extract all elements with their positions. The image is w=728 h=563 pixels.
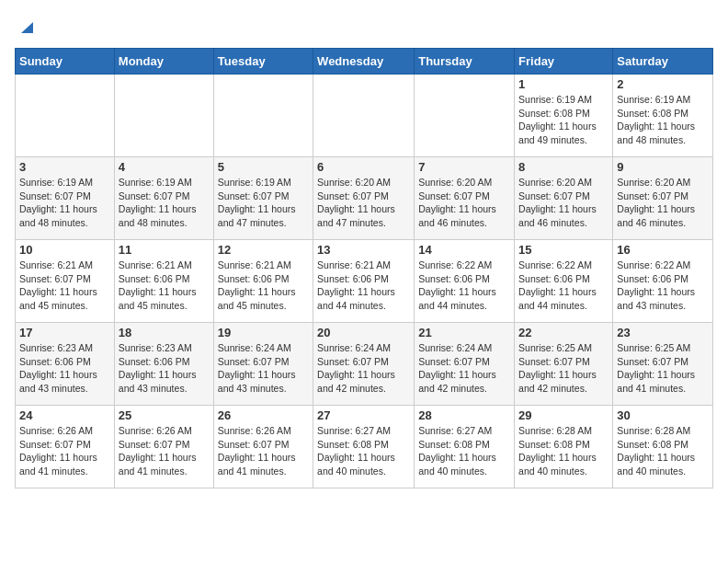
day-number: 3 (19, 160, 110, 174)
day-info: Sunrise: 6:19 AM Sunset: 6:08 PM Dayligh… (518, 93, 609, 147)
day-info: Sunrise: 6:28 AM Sunset: 6:08 PM Dayligh… (617, 424, 709, 478)
calendar-cell (16, 75, 115, 157)
calendar-cell (114, 75, 213, 157)
day-info: Sunrise: 6:26 AM Sunset: 6:07 PM Dayligh… (218, 424, 309, 478)
day-info: Sunrise: 6:22 AM Sunset: 6:06 PM Dayligh… (617, 259, 709, 313)
day-info: Sunrise: 6:19 AM Sunset: 6:07 PM Dayligh… (218, 176, 309, 230)
day-info: Sunrise: 6:26 AM Sunset: 6:07 PM Dayligh… (19, 424, 110, 478)
day-info: Sunrise: 6:22 AM Sunset: 6:06 PM Dayligh… (518, 259, 609, 313)
calendar-cell: 24Sunrise: 6:26 AM Sunset: 6:07 PM Dayli… (16, 406, 115, 488)
day-number: 13 (317, 243, 410, 257)
col-header-wednesday: Wednesday (313, 49, 415, 75)
calendar-cell: 5Sunrise: 6:19 AM Sunset: 6:07 PM Daylig… (213, 157, 313, 240)
day-number: 4 (119, 160, 210, 174)
day-info: Sunrise: 6:22 AM Sunset: 6:06 PM Dayligh… (418, 259, 510, 313)
day-number: 27 (317, 408, 410, 422)
calendar-cell: 29Sunrise: 6:28 AM Sunset: 6:08 PM Dayli… (515, 406, 613, 488)
day-number: 25 (119, 408, 210, 422)
day-info: Sunrise: 6:20 AM Sunset: 6:07 PM Dayligh… (518, 176, 609, 230)
day-number: 20 (317, 326, 410, 339)
calendar-cell: 2Sunrise: 6:19 AM Sunset: 6:08 PM Daylig… (613, 75, 713, 157)
calendar-cell: 19Sunrise: 6:24 AM Sunset: 6:07 PM Dayli… (213, 323, 313, 406)
calendar-cell: 3Sunrise: 6:19 AM Sunset: 6:07 PM Daylig… (16, 157, 115, 240)
calendar-cell: 14Sunrise: 6:22 AM Sunset: 6:06 PM Dayli… (415, 240, 515, 323)
day-number: 29 (518, 408, 609, 422)
day-number: 24 (19, 408, 110, 422)
calendar-table: SundayMondayTuesdayWednesdayThursdayFrid… (15, 48, 713, 488)
day-number: 8 (518, 160, 609, 174)
day-info: Sunrise: 6:23 AM Sunset: 6:06 PM Dayligh… (119, 341, 210, 396)
day-number: 28 (418, 408, 510, 422)
day-number: 11 (119, 243, 210, 257)
day-info: Sunrise: 6:19 AM Sunset: 6:08 PM Dayligh… (617, 93, 709, 147)
day-info: Sunrise: 6:21 AM Sunset: 6:06 PM Dayligh… (317, 259, 410, 313)
calendar-cell: 20Sunrise: 6:24 AM Sunset: 6:07 PM Dayli… (313, 323, 415, 406)
day-number: 14 (418, 243, 510, 257)
day-info: Sunrise: 6:25 AM Sunset: 6:07 PM Dayligh… (617, 341, 709, 396)
calendar-cell (313, 75, 415, 157)
calendar-cell: 15Sunrise: 6:22 AM Sunset: 6:06 PM Dayli… (515, 240, 613, 323)
logo-icon (17, 17, 33, 33)
calendar-cell: 26Sunrise: 6:26 AM Sunset: 6:07 PM Dayli… (213, 406, 313, 488)
day-info: Sunrise: 6:21 AM Sunset: 6:07 PM Dayligh… (19, 259, 110, 313)
calendar-cell: 23Sunrise: 6:25 AM Sunset: 6:07 PM Dayli… (613, 323, 713, 406)
day-info: Sunrise: 6:21 AM Sunset: 6:06 PM Dayligh… (218, 259, 309, 313)
day-info: Sunrise: 6:27 AM Sunset: 6:08 PM Dayligh… (317, 424, 410, 478)
day-number: 30 (617, 408, 709, 422)
page-header (15, 15, 713, 39)
col-header-thursday: Thursday (415, 49, 515, 75)
day-info: Sunrise: 6:20 AM Sunset: 6:07 PM Dayligh… (317, 176, 410, 230)
day-number: 7 (418, 160, 510, 174)
calendar-cell: 22Sunrise: 6:25 AM Sunset: 6:07 PM Dayli… (515, 323, 613, 406)
day-number: 17 (19, 326, 110, 339)
day-info: Sunrise: 6:27 AM Sunset: 6:08 PM Dayligh… (418, 424, 510, 478)
svg-marker-0 (21, 22, 33, 33)
calendar-cell (415, 75, 515, 157)
day-number: 21 (418, 326, 510, 339)
day-info: Sunrise: 6:24 AM Sunset: 6:07 PM Dayligh… (418, 341, 510, 396)
calendar-cell: 7Sunrise: 6:20 AM Sunset: 6:07 PM Daylig… (415, 157, 515, 240)
col-header-saturday: Saturday (613, 49, 713, 75)
calendar-cell: 4Sunrise: 6:19 AM Sunset: 6:07 PM Daylig… (114, 157, 213, 240)
calendar-cell: 9Sunrise: 6:20 AM Sunset: 6:07 PM Daylig… (613, 157, 713, 240)
calendar-cell: 17Sunrise: 6:23 AM Sunset: 6:06 PM Dayli… (16, 323, 115, 406)
day-info: Sunrise: 6:24 AM Sunset: 6:07 PM Dayligh… (317, 341, 410, 396)
calendar-cell: 28Sunrise: 6:27 AM Sunset: 6:08 PM Dayli… (415, 406, 515, 488)
day-info: Sunrise: 6:24 AM Sunset: 6:07 PM Dayligh… (218, 341, 309, 396)
day-number: 1 (518, 77, 609, 91)
calendar-cell: 16Sunrise: 6:22 AM Sunset: 6:06 PM Dayli… (613, 240, 713, 323)
calendar-cell: 25Sunrise: 6:26 AM Sunset: 6:07 PM Dayli… (114, 406, 213, 488)
calendar-cell: 21Sunrise: 6:24 AM Sunset: 6:07 PM Dayli… (415, 323, 515, 406)
calendar-cell (213, 75, 313, 157)
day-info: Sunrise: 6:28 AM Sunset: 6:08 PM Dayligh… (518, 424, 609, 478)
day-info: Sunrise: 6:25 AM Sunset: 6:07 PM Dayligh… (518, 341, 609, 396)
day-number: 6 (317, 160, 410, 174)
calendar-cell: 30Sunrise: 6:28 AM Sunset: 6:08 PM Dayli… (613, 406, 713, 488)
day-number: 19 (218, 326, 309, 339)
calendar-cell: 18Sunrise: 6:23 AM Sunset: 6:06 PM Dayli… (114, 323, 213, 406)
day-number: 22 (518, 326, 609, 339)
day-info: Sunrise: 6:20 AM Sunset: 6:07 PM Dayligh… (418, 176, 510, 230)
col-header-sunday: Sunday (16, 49, 115, 75)
day-info: Sunrise: 6:26 AM Sunset: 6:07 PM Dayligh… (119, 424, 210, 478)
day-info: Sunrise: 6:23 AM Sunset: 6:06 PM Dayligh… (19, 341, 110, 396)
day-number: 15 (518, 243, 609, 257)
day-info: Sunrise: 6:19 AM Sunset: 6:07 PM Dayligh… (19, 176, 110, 230)
day-info: Sunrise: 6:20 AM Sunset: 6:07 PM Dayligh… (617, 176, 709, 230)
day-info: Sunrise: 6:19 AM Sunset: 6:07 PM Dayligh… (119, 176, 210, 230)
day-number: 23 (617, 326, 709, 339)
day-info: Sunrise: 6:21 AM Sunset: 6:06 PM Dayligh… (119, 259, 210, 313)
day-number: 18 (119, 326, 210, 339)
calendar-cell: 11Sunrise: 6:21 AM Sunset: 6:06 PM Dayli… (114, 240, 213, 323)
logo (15, 15, 33, 39)
day-number: 9 (617, 160, 709, 174)
calendar-cell: 27Sunrise: 6:27 AM Sunset: 6:08 PM Dayli… (313, 406, 415, 488)
calendar-cell: 8Sunrise: 6:20 AM Sunset: 6:07 PM Daylig… (515, 157, 613, 240)
col-header-friday: Friday (515, 49, 613, 75)
day-number: 16 (617, 243, 709, 257)
calendar-cell: 1Sunrise: 6:19 AM Sunset: 6:08 PM Daylig… (515, 75, 613, 157)
day-number: 2 (617, 77, 709, 91)
calendar-cell: 13Sunrise: 6:21 AM Sunset: 6:06 PM Dayli… (313, 240, 415, 323)
day-number: 10 (19, 243, 110, 257)
day-number: 26 (218, 408, 309, 422)
